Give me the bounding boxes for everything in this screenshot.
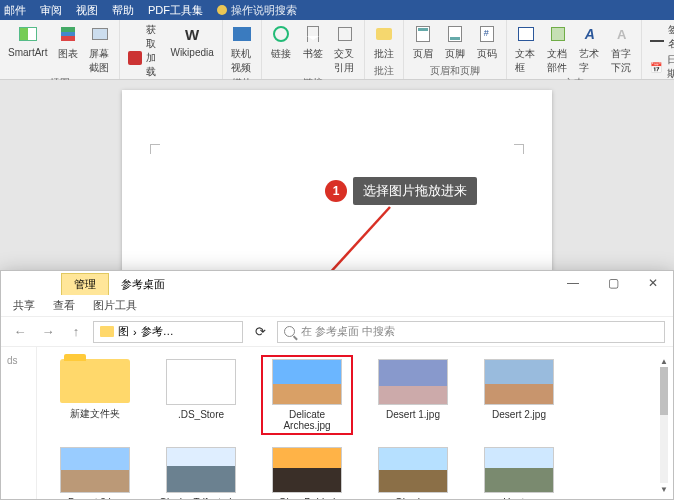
group-label: 页眉和页脚	[410, 64, 500, 79]
video-icon	[231, 23, 253, 45]
screenshot-button[interactable]: 屏幕截图	[87, 22, 113, 76]
tab-mail[interactable]: 邮件	[4, 3, 26, 18]
file-item[interactable]: Delicate Arches.jpg	[261, 355, 353, 435]
bookmark-icon	[302, 23, 324, 45]
comment-button[interactable]: 批注	[371, 22, 397, 62]
contextual-tab-manage[interactable]: 管理	[61, 273, 109, 295]
file-item[interactable]: Desert 2.jpg	[473, 355, 565, 435]
smartart-icon	[17, 23, 39, 45]
breadcrumb[interactable]: 图› 参考…	[93, 321, 243, 343]
image-thumbnail	[272, 447, 342, 493]
vertical-scrollbar[interactable]: ▲ ▼	[657, 355, 671, 495]
file-name: Desert 1.jpg	[386, 409, 440, 420]
tab-view[interactable]: 视图	[76, 3, 98, 18]
tab-pdftools[interactable]: PDF工具集	[148, 3, 203, 18]
chart-button[interactable]: 图表	[55, 22, 81, 76]
explorer-titlebar[interactable]: 管理 参考桌面 ― ▢ ✕	[1, 271, 673, 295]
file-name: Desert 3.jpg	[68, 497, 122, 499]
group-label: 批注	[371, 64, 397, 79]
datetime-button[interactable]: 📅日期	[648, 52, 674, 82]
explorer-tab-view[interactable]: 查看	[53, 298, 75, 313]
comment-icon	[373, 23, 395, 45]
folder-icon	[100, 326, 114, 337]
minimize-button[interactable]: ―	[553, 271, 593, 295]
explorer-tab-share[interactable]: 共享	[13, 298, 35, 313]
file-item[interactable]: Glow Behind Hood.jpg	[261, 443, 353, 499]
scroll-thumb[interactable]	[660, 367, 668, 415]
nav-up-button[interactable]: ↑	[65, 321, 87, 343]
file-name: Desert 2.jpg	[492, 409, 546, 420]
scroll-up-icon[interactable]: ▲	[657, 355, 671, 367]
margin-corner-icon	[150, 144, 160, 154]
explorer-sidebar[interactable]: ds	[1, 347, 37, 499]
bulb-icon	[217, 5, 227, 15]
chart-icon	[57, 23, 79, 45]
search-placeholder: 在 参考桌面 中搜索	[301, 324, 395, 339]
screenshot-icon	[89, 23, 111, 45]
file-name: Glow Behind Hood.jpg	[265, 497, 349, 499]
file-item[interactable]: .DS_Store	[155, 355, 247, 435]
search-icon	[284, 326, 295, 337]
step-badge: 1	[325, 180, 347, 202]
window-title: 参考桌面	[109, 274, 553, 295]
tab-review[interactable]: 审阅	[40, 3, 62, 18]
file-item[interactable]: Glacier Trifecta.jpg	[155, 443, 247, 499]
margin-corner-icon	[514, 144, 524, 154]
file-name: Glacier Trifecta.jpg	[159, 497, 242, 499]
image-thumbnail	[484, 359, 554, 405]
header-icon	[412, 23, 434, 45]
image-thumbnail	[60, 447, 130, 493]
image-thumbnail	[484, 447, 554, 493]
store-icon	[128, 49, 142, 67]
pagenum-button[interactable]: 页码	[474, 22, 500, 62]
footer-icon	[444, 23, 466, 45]
file-item[interactable]: Desert 1.jpg	[367, 355, 459, 435]
nav-refresh-button[interactable]: ⟳	[249, 321, 271, 343]
annotation-callout: 1 选择图片拖放进来	[325, 177, 477, 205]
dropcap-button[interactable]: A首字下沉	[609, 22, 635, 76]
crumb-segment[interactable]: 图	[118, 324, 129, 339]
bookmark-button[interactable]: 书签	[300, 22, 326, 76]
group-illustrations: SmartArt 图表 屏幕截图 插图	[0, 20, 120, 79]
image-thumbnail	[378, 447, 448, 493]
ribbon: SmartArt 图表 屏幕截图 插图 获取加载项 我的加载项 WWikiped…	[0, 20, 674, 80]
maximize-button[interactable]: ▢	[593, 271, 633, 295]
dropcap-icon: A	[611, 23, 633, 45]
scroll-down-icon[interactable]: ▼	[657, 483, 671, 495]
file-item[interactable]: Desert 3.jpg	[49, 443, 141, 499]
file-name: 新建文件夹	[70, 407, 120, 421]
explorer-search-input[interactable]: 在 参考桌面 中搜索	[277, 321, 665, 343]
file-item[interactable]: Hautes Pyrenees.jpg	[473, 443, 565, 499]
link-icon	[270, 23, 292, 45]
crumb-segment[interactable]: 参考…	[141, 324, 174, 339]
nav-back-button[interactable]: ←	[9, 321, 31, 343]
online-video-button[interactable]: 联机视频	[229, 22, 255, 76]
explorer-tab-pictools[interactable]: 图片工具	[93, 298, 137, 313]
file-item[interactable]: Glowing Summit.jpg	[367, 443, 459, 499]
group-media: 联机视频 媒体	[223, 20, 262, 79]
signature-button[interactable]: 签名	[648, 22, 674, 52]
quickparts-button[interactable]: 文档部件	[545, 22, 571, 76]
image-thumbnail	[378, 359, 448, 405]
group-comments: 批注 批注	[365, 20, 404, 79]
header-button[interactable]: 页眉	[410, 22, 436, 62]
tab-help[interactable]: 帮助	[112, 3, 134, 18]
close-button[interactable]: ✕	[633, 271, 673, 295]
wordart-button[interactable]: A艺术字	[577, 22, 603, 76]
calendar-icon: 📅	[650, 58, 663, 76]
textbox-button[interactable]: 文本框	[513, 22, 539, 76]
smartart-button[interactable]: SmartArt	[6, 22, 49, 76]
file-grid[interactable]: 新建文件夹.DS_StoreDelicate Arches.jpgDesert …	[37, 347, 673, 499]
crossref-button[interactable]: 交叉引用	[332, 22, 358, 76]
image-thumbnail	[166, 447, 236, 493]
link-button[interactable]: 链接	[268, 22, 294, 76]
file-item[interactable]: 新建文件夹	[49, 355, 141, 435]
explorer-tabs: 共享 查看 图片工具	[1, 295, 673, 317]
file-name: Delicate Arches.jpg	[265, 409, 349, 431]
file-name: Glowing Summit.jpg	[371, 497, 455, 499]
explorer-navbar: ← → ↑ 图› 参考… ⟳ 在 参考桌面 中搜索	[1, 317, 673, 347]
footer-button[interactable]: 页脚	[442, 22, 468, 62]
nav-forward-button[interactable]: →	[37, 321, 59, 343]
file-name: Hautes Pyrenees.jpg	[477, 497, 561, 499]
tell-me-search[interactable]: 操作说明搜索	[217, 3, 297, 18]
